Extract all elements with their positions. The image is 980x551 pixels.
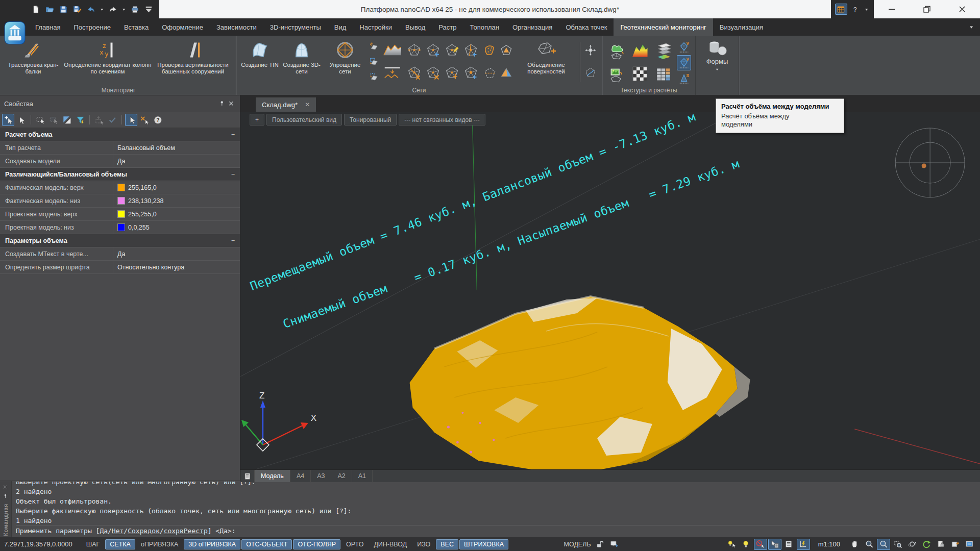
- layout-tab-3[interactable]: А2: [331, 470, 352, 482]
- property-row[interactable]: Создавать МТекст в черте...Да: [0, 247, 240, 261]
- status-toggle-3d-опривязка[interactable]: 3D оПРИВЯЗКА: [184, 539, 240, 549]
- convert-region-button[interactable]: [368, 55, 380, 69]
- volume-between-models-button[interactable]: V: [677, 55, 691, 70]
- convert-to-mesh-button[interactable]: [368, 39, 380, 54]
- nanocad-logo-icon[interactable]: [4, 21, 26, 45]
- print-button[interactable]: [129, 4, 141, 15]
- ribbon-tab-6[interactable]: Вид: [328, 18, 353, 36]
- column-coordinates-button[interactable]: zxy Определение координат колонн по сече…: [62, 38, 153, 76]
- status-toggle-отс-объект[interactable]: ОТС-ОБЪЕКТ: [241, 539, 292, 549]
- collapse-section-icon[interactable]: −: [231, 171, 235, 178]
- command-option-4[interactable]: сохрвРеестр: [164, 527, 208, 535]
- volume-surface-button[interactable]: S: [677, 71, 691, 86]
- texture-pattern-button[interactable]: [629, 63, 651, 85]
- property-row[interactable]: Создавать моделиДа: [0, 155, 240, 168]
- workspace-icon[interactable]: [608, 539, 621, 550]
- pin-panel-icon[interactable]: [217, 99, 227, 108]
- document-tab[interactable]: Склад.dwg* ✕: [256, 97, 316, 112]
- elevation-colors-button[interactable]: [629, 39, 651, 62]
- new-file-button[interactable]: [30, 4, 42, 15]
- help-caret[interactable]: [864, 4, 870, 15]
- apply-selection-button[interactable]: [106, 114, 118, 126]
- collapse-section-icon[interactable]: −: [231, 237, 235, 244]
- zoom-icon[interactable]: [863, 539, 876, 550]
- status-toggle-дин-ввод[interactable]: ДИН-ВВОД: [369, 539, 411, 549]
- undo-history-caret[interactable]: [99, 4, 105, 15]
- cloud-texture-button[interactable]: [605, 39, 628, 62]
- merge-surfaces-button[interactable]: Объединение поверхностей: [514, 38, 578, 76]
- ribbon-tab-5[interactable]: 3D-инструменты: [263, 18, 328, 36]
- ribbon-tab-3[interactable]: Оформление: [155, 18, 210, 36]
- restore-button[interactable]: [909, 0, 944, 18]
- status-toggle-шаг[interactable]: ШАГ: [82, 539, 105, 549]
- status-toggle-отс-поляр[interactable]: ОТС-ПОЛЯР: [293, 539, 340, 549]
- status-toggle-вес[interactable]: ВЕС: [436, 539, 458, 549]
- interface-scheme-button[interactable]: [835, 4, 847, 15]
- document-tab-close-icon[interactable]: ✕: [305, 101, 310, 108]
- ribbon-tab-13[interactable]: Геотехнический мониторинг: [614, 18, 713, 36]
- property-value[interactable]: 238,130,238: [113, 194, 240, 207]
- property-value[interactable]: Балансовый объем: [113, 141, 240, 154]
- save-button[interactable]: [57, 4, 69, 15]
- property-value[interactable]: Да: [113, 155, 240, 167]
- ribbon-tab-4[interactable]: Зависимости: [210, 18, 263, 36]
- mesh-region-button[interactable]: [482, 39, 498, 61]
- property-row[interactable]: Фактическая модель: низ238,130,238: [0, 194, 240, 208]
- close-panel-icon[interactable]: [227, 99, 236, 108]
- pan-icon[interactable]: [848, 539, 862, 550]
- highlight-selection-button[interactable]: [125, 114, 137, 126]
- highlight-icon[interactable]: [740, 539, 753, 550]
- command-pin-icon[interactable]: [2, 492, 10, 500]
- command-option-3[interactable]: Сохрвдок: [128, 527, 160, 535]
- context-menu-icon[interactable]: [768, 539, 781, 550]
- zoom-selection-icon[interactable]: [891, 539, 904, 550]
- mesh-face-add-button[interactable]: [425, 39, 442, 61]
- property-row[interactable]: Тип расчетаБалансовый объем: [0, 141, 240, 155]
- orbit-icon[interactable]: [905, 539, 919, 550]
- mesh-edge-delete-button[interactable]: [406, 62, 423, 83]
- ribbon-tab-14[interactable]: Визуализация: [713, 18, 770, 36]
- layout-tab-0[interactable]: Модель: [255, 470, 290, 482]
- dynamic-ucs-icon[interactable]: [797, 539, 810, 550]
- status-toggle-опривязка[interactable]: оПРИВЯЗКА: [136, 539, 183, 549]
- ribbon-tab-8[interactable]: Вывод: [399, 18, 432, 36]
- verticality-check-button[interactable]: Проверка вертикальности башенных сооруже…: [153, 38, 233, 76]
- ribbon-tab-2[interactable]: Вставка: [117, 18, 155, 36]
- mesh-vertex-move-button[interactable]: [444, 62, 461, 83]
- property-row[interactable]: Проектная модель: низ0,0,255: [0, 221, 240, 234]
- command-option-2[interactable]: Нет: [112, 527, 124, 535]
- select-crossing-button[interactable]: [47, 114, 60, 126]
- mesh-solid-button[interactable]: [499, 62, 514, 84]
- property-value[interactable]: 255,165,0: [113, 181, 240, 194]
- mesh-face-delete-button[interactable]: [425, 62, 442, 83]
- convert-points-button[interactable]: [368, 70, 380, 84]
- ribbon-tab-7[interactable]: Настройки: [353, 18, 399, 36]
- layout-list-icon[interactable]: [240, 470, 255, 482]
- zoom-window-icon[interactable]: [877, 539, 890, 550]
- mesh-vertex-add-button[interactable]: [462, 62, 480, 83]
- select-window-button[interactable]: [34, 114, 46, 126]
- status-toggle-изо[interactable]: ИЗО: [412, 539, 435, 549]
- select-parent-button[interactable]: [93, 114, 105, 126]
- mesh-triangle-button[interactable]: [499, 39, 514, 61]
- mesh-vertex-add-edge-button[interactable]: [462, 39, 480, 61]
- overlay-list-icon[interactable]: [782, 539, 796, 550]
- minimize-button[interactable]: [874, 0, 909, 18]
- select-button[interactable]: [15, 114, 28, 126]
- customize-quick-access-button[interactable]: [142, 4, 155, 15]
- mesh-boundary-button[interactable]: [482, 62, 498, 84]
- surface-layers-button[interactable]: [652, 39, 675, 62]
- ribbon-tab-10[interactable]: Топоплан: [463, 18, 506, 36]
- command-option-1[interactable]: Да: [100, 527, 108, 535]
- collapse-section-icon[interactable]: −: [231, 131, 235, 138]
- move-3d-button[interactable]: [583, 39, 598, 61]
- select-append-button[interactable]: [2, 114, 14, 126]
- selection-cycling-icon[interactable]: [754, 539, 767, 550]
- property-row[interactable]: Определять размер шрифтаОтносительно кон…: [0, 261, 240, 274]
- profile-section-button[interactable]: [381, 62, 404, 83]
- ribbon-tab-11[interactable]: Организация: [506, 18, 559, 36]
- status-toggle-сетка[interactable]: СЕТКА: [105, 539, 135, 549]
- create-3d-mesh-button[interactable]: Создание 3D-сети: [280, 38, 323, 76]
- lock-icon[interactable]: [594, 539, 607, 550]
- help-button[interactable]: ?: [849, 4, 862, 15]
